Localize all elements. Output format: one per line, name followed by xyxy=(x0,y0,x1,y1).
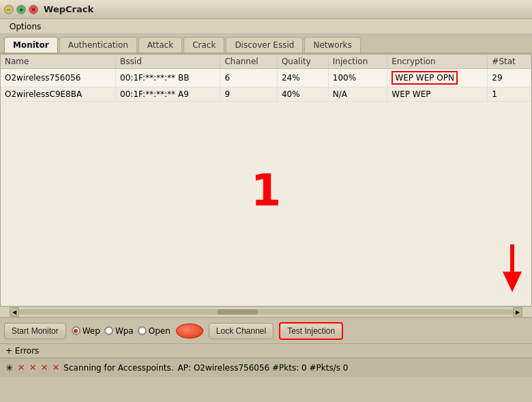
arrow-head xyxy=(503,272,522,292)
tab-networks[interactable]: Networks xyxy=(304,37,360,53)
col-name: Name xyxy=(1,55,116,69)
radio-open-dot[interactable] xyxy=(138,326,147,335)
menu-options[interactable]: Options xyxy=(4,20,46,33)
col-injection: Injection xyxy=(328,55,387,69)
cell-encryption: WEP WEP xyxy=(387,87,488,102)
cell-encryption: WEP WEP OPN xyxy=(387,69,488,87)
cell-name: O2wireless756056 xyxy=(1,69,116,87)
cell-stat: 29 xyxy=(488,69,531,87)
app-title: WepCrack xyxy=(44,4,93,14)
radio-open[interactable]: Open xyxy=(138,326,171,336)
cell-channel: 6 xyxy=(220,69,278,87)
ap-info: AP: O2wireless756056 #Pkts: 0 #Pkts/s 0 xyxy=(178,363,349,373)
col-bssid: Bssid xyxy=(116,55,220,69)
col-quality: Quality xyxy=(277,55,328,69)
statusbar: ✳ ✕ ✕ ✕ ✕ Scanning for Accesspoints. AP:… xyxy=(0,358,532,377)
radio-wep[interactable]: Wep xyxy=(72,326,100,336)
radio-wep-dot[interactable] xyxy=(72,326,80,335)
cell-stat: 1 xyxy=(488,87,531,102)
network-table: Name Bssid Channel Quality Injection Enc… xyxy=(1,55,531,102)
table-row[interactable]: O2wireless756056 00:1F:**:**:** BB 6 24%… xyxy=(1,69,531,87)
scrollbar-thumb[interactable] xyxy=(217,309,258,315)
radio-group: Wep Wpa Open xyxy=(72,326,171,336)
lock-channel-button[interactable]: Lock Channel xyxy=(209,323,274,339)
errors-bar[interactable]: + Errors xyxy=(0,343,532,358)
minimize-button[interactable]: − xyxy=(4,5,14,14)
cell-injection: N/A xyxy=(328,87,387,102)
start-monitor-button[interactable]: Start Monitor xyxy=(4,323,66,339)
col-stat: #Stat xyxy=(488,55,531,69)
scroll-right[interactable]: ▶ xyxy=(513,307,522,317)
arrow-shaft xyxy=(510,244,514,272)
radio-wpa-label: Wpa xyxy=(115,326,134,336)
col-channel: Channel xyxy=(220,55,278,69)
table-row[interactable]: O2wirelessC9E8BA 00:1F:**:**:** A9 9 40%… xyxy=(1,87,531,102)
radio-wep-label: Wep xyxy=(83,326,100,336)
main-content: Name Bssid Channel Quality Injection Enc… xyxy=(0,54,532,306)
close-button[interactable]: × xyxy=(29,5,38,14)
tab-monitor[interactable]: Monitor xyxy=(4,37,58,53)
signal-indicator xyxy=(176,324,203,339)
radio-wpa-dot[interactable] xyxy=(104,326,113,335)
menubar: Options xyxy=(0,19,532,34)
errors-label: + Errors xyxy=(5,346,39,356)
cell-bssid: 00:1F:**:**:** BB xyxy=(116,69,220,87)
col-encryption: Encryption xyxy=(387,55,488,69)
radio-wpa[interactable]: Wpa xyxy=(104,326,134,336)
tab-crack[interactable]: Crack xyxy=(183,37,224,53)
status-x1: ✕ xyxy=(18,362,25,373)
horizontal-scrollbar[interactable]: ◀ ▶ xyxy=(0,306,532,317)
status-x2: ✕ xyxy=(29,362,37,373)
status-x3: ✕ xyxy=(41,362,48,373)
radio-open-label: Open xyxy=(149,326,171,336)
cell-quality: 24% xyxy=(277,69,328,87)
center-number: 1 xyxy=(251,165,282,216)
toolbar: Start Monitor Wep Wpa Open Lock Channel … xyxy=(0,317,532,343)
status-x4: ✕ xyxy=(52,362,59,373)
cell-name: O2wirelessC9E8BA xyxy=(1,87,116,102)
scrollbar-track[interactable] xyxy=(19,309,513,315)
arrow-indicator xyxy=(503,244,522,292)
test-injection-button[interactable]: Test Injection xyxy=(279,322,343,340)
maximize-button[interactable]: + xyxy=(16,5,26,14)
sun-icon: ✳ xyxy=(5,362,14,373)
tab-authentication[interactable]: Authentication xyxy=(59,37,137,53)
window-controls[interactable]: − + × xyxy=(4,5,38,14)
tab-attack[interactable]: Attack xyxy=(138,37,182,53)
tabbar: Monitor Authentication Attack Crack Disc… xyxy=(0,34,532,54)
titlebar: − + × WepCrack xyxy=(0,0,532,19)
cell-injection: 100% xyxy=(328,69,387,87)
scroll-left[interactable]: ◀ xyxy=(10,307,19,317)
cell-channel: 9 xyxy=(220,87,278,102)
status-text: Scanning for Accesspoints. xyxy=(63,363,173,373)
tab-discover-essid[interactable]: Discover Essid xyxy=(226,37,303,53)
cell-quality: 40% xyxy=(277,87,328,102)
cell-bssid: 00:1F:**:**:** A9 xyxy=(116,87,220,102)
